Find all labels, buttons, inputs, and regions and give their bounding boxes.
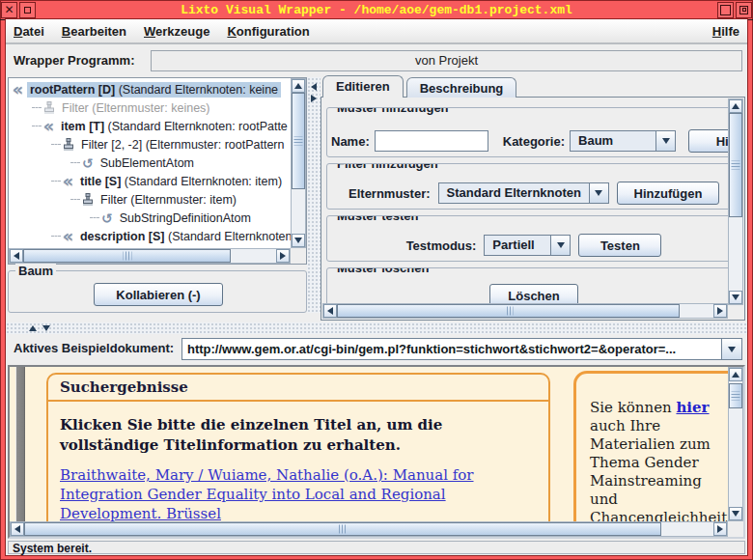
kategorie-combobox[interactable]: Baum	[570, 130, 676, 152]
wrapper-program-label: Wrapper Programm:	[14, 53, 134, 68]
scroll-track[interactable]	[23, 249, 276, 263]
tree-row[interactable]: Filter (Elternmuster: keines)	[9, 98, 291, 117]
filter-icon	[43, 101, 55, 114]
scroll-up-button[interactable]	[729, 99, 742, 113]
left-arrow-icon	[14, 525, 20, 533]
scroll-thumb[interactable]	[24, 522, 661, 536]
add-filter-group: Filter hinzufügen Elternmuster: Standard…	[326, 163, 741, 210]
pattern-tree: «rootPattern [D] (Standard Elternknoten:…	[9, 78, 291, 248]
tree-row[interactable]: «item [T] (Standard Elternknoten: rootPa…	[9, 117, 291, 135]
maximize-icon	[720, 5, 731, 15]
scroll-down-button[interactable]	[729, 291, 742, 304]
scroll-thumb[interactable]	[337, 304, 680, 318]
pattern-name-input[interactable]	[375, 130, 488, 152]
test-pattern-group-title: Muster testen	[334, 215, 422, 223]
tree-row[interactable]: ↺SubStringDefinitionAtom	[9, 209, 291, 227]
menu-hilfe[interactable]: Hilfe	[712, 24, 739, 39]
iconify-button[interactable]	[736, 2, 752, 18]
tab-beschreibung[interactable]: Beschreibung	[406, 77, 517, 98]
pattern-tree-panel: «rootPattern [D] (Standard Elternknoten:…	[8, 77, 307, 265]
scroll-thumb[interactable]	[292, 93, 305, 189]
split-collapse-up-icon[interactable]	[29, 325, 37, 331]
up-arrow-icon	[732, 103, 739, 109]
tree-row[interactable]: Filter (Elternmuster: item)	[9, 190, 291, 209]
down-arrow-icon	[732, 511, 739, 517]
scroll-thumb[interactable]	[23, 249, 231, 263]
scroll-left-button[interactable]	[10, 249, 23, 263]
side-info-box: Sie können hier auch Ihre Materialien zu…	[573, 371, 743, 537]
left-arrow-icon	[327, 307, 333, 315]
menu-datei[interactable]: Datei	[14, 24, 44, 39]
add-filter-button[interactable]: Hinzufügen	[617, 182, 719, 205]
atom-icon: ↺	[82, 158, 94, 168]
tree-row[interactable]: «rootPattern [D] (Standard Elternknoten:…	[9, 80, 291, 98]
elternmuster-label: Elternmuster:	[349, 186, 431, 201]
vertical-split-divider[interactable]	[307, 77, 321, 313]
scroll-track[interactable]	[729, 381, 742, 507]
scroll-track[interactable]	[292, 93, 305, 234]
results-intro-text: Klicken Sie bitte die einzelnen Titel an…	[60, 415, 523, 456]
test-button[interactable]: Testen	[578, 234, 661, 257]
collapse-button[interactable]: Kollabieren (-)	[94, 283, 223, 306]
scroll-track[interactable]	[729, 113, 742, 291]
tree-row[interactable]: «description [S] (Standard Elternknoten	[9, 227, 291, 245]
iconify-icon	[739, 6, 748, 14]
menu-werkzeuge[interactable]: Werkzeuge	[144, 24, 209, 39]
client-area: Datei Bearbeiten Werkzeuge Konfiguration…	[6, 19, 747, 555]
delete-pattern-group: Muster löschen Löschen	[326, 267, 741, 305]
result-link[interactable]: Braithwaite, Mary / Wuiame, Nathalie (o.…	[60, 465, 533, 523]
editor-horizontal-scrollbar	[322, 303, 728, 319]
scroll-up-button[interactable]	[292, 79, 305, 93]
split-collapse-down-icon[interactable]	[42, 325, 50, 331]
window-title: Lixto Visual Wrapper - /home/aoe/gem-db1…	[37, 3, 716, 17]
split-collapse-right-icon[interactable]	[311, 95, 317, 102]
scroll-left-button[interactable]	[323, 304, 337, 318]
kategorie-label: Kategorie:	[503, 134, 565, 149]
active-document-combobox[interactable]: http://www.gem.or.at/cgi-bin/gem.pl?funk…	[181, 338, 742, 360]
scroll-thumb[interactable]	[729, 113, 742, 217]
scroll-right-button[interactable]	[713, 522, 727, 536]
scroll-left-button[interactable]	[11, 522, 24, 536]
right-arrow-icon	[717, 307, 723, 315]
tree-row[interactable]: «title [S] (Standard Elternknoten: item)	[9, 172, 291, 190]
delete-button[interactable]: Löschen	[489, 284, 578, 305]
browser-horizontal-scrollbar	[10, 521, 728, 537]
combo-arrow-button[interactable]	[550, 236, 570, 255]
combo-arrow-button[interactable]	[721, 339, 741, 359]
down-arrow-icon	[294, 238, 302, 243]
scroll-down-button[interactable]	[729, 507, 742, 520]
tree-row[interactable]: Filter [2, -2] (Elternmuster: rootPatter…	[9, 135, 291, 154]
scroll-right-button[interactable]	[276, 249, 290, 263]
menubar: Datei Bearbeiten Werkzeuge Konfiguration…	[6, 19, 747, 44]
hier-link[interactable]: hier	[676, 399, 709, 416]
scroll-thumb[interactable]	[729, 383, 742, 408]
test-pattern-group: Muster testen Testmodus: Partiell Testen	[326, 215, 741, 262]
tab-editieren[interactable]: Editieren	[322, 75, 404, 98]
scroll-right-button[interactable]	[713, 304, 727, 318]
elternmuster-combobox[interactable]: Standard Elternknoten	[438, 182, 609, 204]
scroll-track[interactable]	[337, 304, 713, 318]
menu-bearbeiten[interactable]: Bearbeiten	[62, 24, 126, 39]
pattern-icon: «	[63, 177, 73, 186]
filter-icon	[63, 138, 74, 151]
down-arrow-icon	[732, 294, 739, 300]
right-arrow-icon	[717, 525, 723, 533]
menu-konfiguration[interactable]: Konfiguration	[227, 24, 309, 39]
scroll-down-button[interactable]	[292, 234, 305, 247]
maximize-button[interactable]	[717, 2, 734, 18]
scrollbar-corner	[291, 248, 306, 264]
horizontal-split-divider[interactable]	[6, 322, 747, 334]
filter-icon	[82, 193, 94, 206]
split-collapse-left-icon[interactable]	[311, 83, 317, 91]
combo-arrow-button[interactable]	[655, 131, 675, 151]
status-text: System bereit.	[13, 542, 92, 555]
scroll-up-button[interactable]	[729, 368, 742, 381]
combo-arrow-button[interactable]	[589, 183, 608, 203]
testmodus-combobox[interactable]: Partiell	[484, 235, 571, 256]
titlebar[interactable]: ✕ Lixto Visual Wrapper - /home/aoe/gem-d…	[0, 0, 753, 20]
close-button[interactable]: ✕	[1, 2, 17, 18]
scroll-track[interactable]	[24, 522, 713, 536]
tree-row[interactable]: ↺SubElementAtom	[9, 154, 291, 172]
menu-button[interactable]	[19, 2, 36, 18]
browser-viewport: Suchergebnisse Klicken Sie bitte die ein…	[10, 367, 743, 537]
